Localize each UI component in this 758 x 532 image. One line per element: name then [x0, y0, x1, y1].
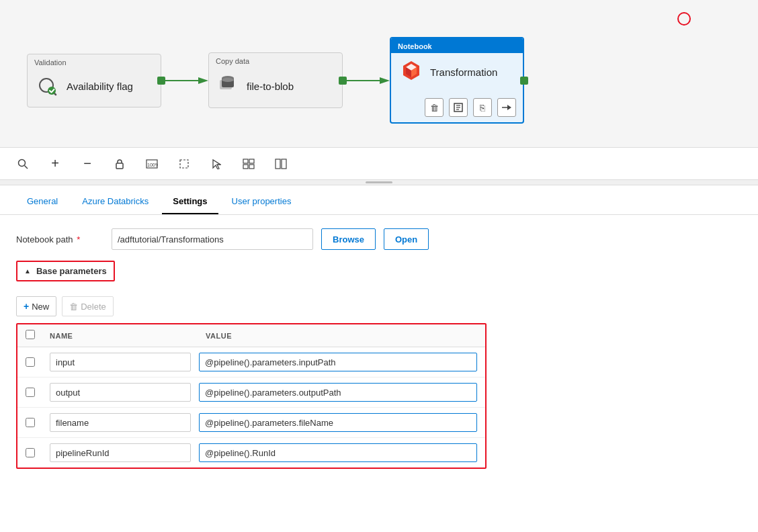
add-activity-button[interactable] — [497, 98, 516, 117]
row-1-checkbox[interactable] — [26, 388, 35, 397]
rectangle-select-button[interactable] — [175, 154, 194, 173]
param-row-3 — [17, 438, 485, 468]
tab-azure-databricks[interactable]: Azure Databricks — [71, 189, 159, 214]
canvas-nodes: Validation Availability flag — [27, 37, 524, 124]
cursor-button[interactable] — [207, 154, 226, 173]
node-header-copy: Copy data — [209, 53, 342, 68]
node-validation[interactable]: Validation Availability flag — [27, 54, 161, 107]
node-actions-notebook: 🗑 ⎘ — [391, 94, 523, 122]
svg-rect-33 — [282, 159, 286, 169]
svg-marker-4 — [198, 77, 208, 84]
param-name-2[interactable] — [50, 413, 191, 432]
split-view-button[interactable] — [271, 154, 290, 173]
base-parameters-title: Base parameters — [36, 266, 107, 276]
node-label-copy: file-to-blob — [247, 81, 294, 92]
row-3-checkbox[interactable] — [26, 448, 35, 457]
remove-button[interactable]: − — [78, 154, 97, 173]
delete-activity-button[interactable]: 🗑 — [425, 98, 444, 117]
add-button[interactable]: + — [46, 154, 65, 173]
base-parameters-section: ▲ Base parameters — [16, 261, 742, 290]
fit-page-button[interactable] — [239, 154, 258, 173]
search-button[interactable] — [13, 154, 32, 173]
header-value-col: VALUE — [206, 332, 232, 340]
browse-button[interactable]: Browse — [321, 228, 376, 250]
toolbar: + − 100% — [0, 148, 758, 180]
copy-activity-button[interactable]: ⎘ — [473, 98, 492, 117]
tab-user-properties[interactable]: User properties — [221, 189, 302, 214]
svg-rect-23 — [116, 163, 123, 169]
svg-rect-32 — [276, 159, 280, 169]
notebook-path-row: Notebook path * Browse Open — [16, 228, 742, 250]
param-value-3[interactable] — [199, 443, 477, 462]
right-port-validation — [157, 77, 165, 85]
svg-point-2 — [48, 87, 56, 95]
node-body-copy: file-to-blob — [209, 68, 342, 107]
row-checkbox-2 — [26, 414, 42, 431]
pipeline-canvas: Validation Availability flag — [0, 0, 758, 148]
svg-rect-29 — [249, 159, 254, 163]
svg-rect-26 — [180, 160, 188, 168]
select-all-checkbox[interactable] — [26, 330, 35, 339]
new-label: New — [32, 302, 49, 312]
settings-panel: Notebook path * Browse Open ▲ Base param… — [0, 215, 758, 482]
tab-settings[interactable]: Settings — [162, 189, 218, 214]
tabs-bar: General Azure Databricks Settings User p… — [0, 185, 758, 215]
open-button[interactable]: Open — [384, 228, 429, 250]
row-checkbox-1 — [26, 384, 42, 400]
param-value-2[interactable] — [199, 413, 477, 432]
variables-button[interactable] — [449, 98, 468, 117]
node-label-validation: Availability flag — [67, 81, 133, 92]
arrow-2 — [343, 74, 390, 87]
svg-point-21 — [19, 159, 26, 166]
notebook-path-label: Notebook path * — [16, 234, 103, 245]
resize-handle[interactable] — [0, 180, 758, 185]
arrow-1 — [161, 74, 208, 87]
right-port-copy — [339, 77, 347, 85]
row-checkbox-0 — [26, 354, 42, 370]
tab-general[interactable]: General — [16, 189, 69, 214]
param-value-0[interactable] — [199, 353, 477, 371]
param-row-1 — [17, 378, 485, 408]
notebook-databricks-icon — [401, 60, 422, 85]
delete-param-button[interactable]: 🗑 Delete — [62, 296, 114, 316]
node-header-notebook: Notebook — [391, 38, 523, 53]
param-row-2 — [17, 408, 485, 438]
base-parameters-header[interactable]: ▲ Base parameters — [16, 261, 115, 281]
lock-button[interactable] — [110, 154, 129, 173]
copy-data-icon — [218, 75, 239, 98]
activity-notebook[interactable]: Notebook Transformation 🗑 — [390, 37, 524, 124]
activity-validation[interactable]: Validation Availability flag — [27, 54, 161, 107]
row-2-checkbox[interactable] — [26, 418, 35, 427]
svg-point-8 — [222, 78, 234, 82]
node-copy-data[interactable]: Copy data file-to-blob — [208, 52, 343, 108]
activity-copy-data[interactable]: Copy data file-to-blob — [208, 52, 343, 108]
node-header-validation: Validation — [28, 54, 161, 69]
plus-icon: + — [24, 301, 29, 312]
svg-rect-28 — [243, 159, 248, 163]
param-row-0 — [17, 347, 485, 378]
header-checkbox-col — [26, 330, 42, 341]
svg-line-22 — [25, 165, 28, 169]
row-0-checkbox[interactable] — [26, 357, 35, 367]
right-port-notebook — [520, 77, 528, 85]
svg-marker-10 — [380, 77, 390, 84]
node-notebook[interactable]: Notebook Transformation 🗑 — [390, 37, 524, 124]
param-name-0[interactable] — [50, 353, 191, 371]
new-param-button[interactable]: + New — [16, 296, 56, 316]
params-table-header: NAME VALUE — [17, 324, 485, 347]
notebook-path-input[interactable] — [112, 228, 313, 250]
svg-marker-27 — [213, 160, 220, 169]
svg-rect-31 — [249, 165, 254, 169]
svg-rect-30 — [243, 165, 248, 169]
param-name-3[interactable] — [50, 443, 191, 462]
param-value-1[interactable] — [199, 383, 477, 402]
node-body-notebook: Transformation — [391, 53, 523, 94]
header-name-col: NAME — [50, 332, 198, 340]
collapse-icon: ▲ — [24, 267, 31, 275]
params-table: NAME VALUE — [16, 323, 487, 469]
svg-marker-20 — [507, 105, 511, 110]
delete-icon: 🗑 — [69, 302, 78, 312]
zoom-fit-button[interactable]: 100% — [142, 154, 161, 173]
required-indicator: * — [75, 234, 81, 245]
param-name-1[interactable] — [50, 383, 191, 402]
